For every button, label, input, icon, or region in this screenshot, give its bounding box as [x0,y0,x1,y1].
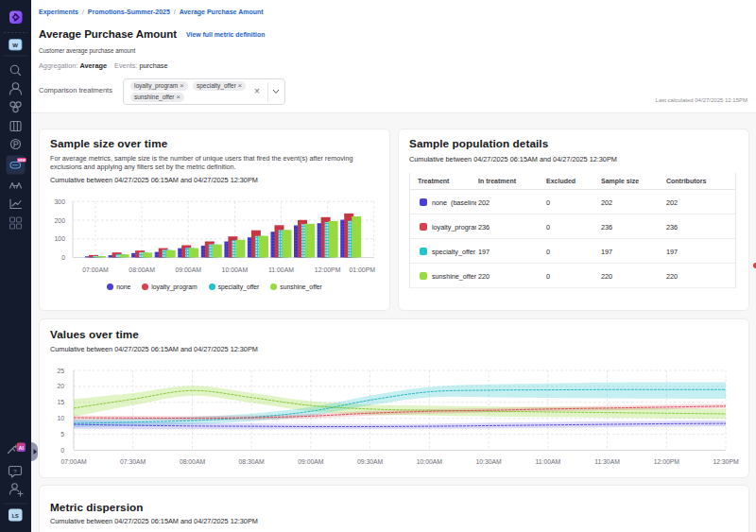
svg-text:15: 15 [57,399,64,405]
svg-text:10:30AM: 10:30AM [475,458,502,465]
svg-text:11:00AM: 11:00AM [535,458,560,465]
svg-text:11:00AM: 11:00AM [268,266,294,273]
svg-text:08:30AM: 08:30AM [239,458,266,465]
svg-text:09:00AM: 09:00AM [175,266,201,273]
svg-text:20: 20 [57,383,64,389]
svg-text:11:30AM: 11:30AM [594,458,620,465]
svg-text:07:00AM: 07:00AM [60,458,87,465]
svg-text:?: ? [13,469,17,474]
svg-text:NEW: NEW [18,159,26,163]
svg-text:0: 0 [61,254,65,261]
svg-text:07:30AM: 07:30AM [120,458,146,465]
svg-text:10: 10 [57,415,64,421]
svg-text:08:00AM: 08:00AM [129,266,155,273]
svg-text:0: 0 [60,447,64,454]
svg-text:300: 300 [55,198,66,205]
svg-text:100: 100 [55,235,66,242]
svg-text:W: W [12,43,18,48]
svg-text:25: 25 [57,368,64,374]
svg-text:AI: AI [19,445,25,451]
svg-text:08:00AM: 08:00AM [180,458,206,465]
svg-text:12:00PM: 12:00PM [315,266,341,273]
svg-text:09:30AM: 09:30AM [357,458,384,465]
svg-text:01:00PM: 01:00PM [349,266,375,273]
svg-text:10:00AM: 10:00AM [417,458,443,465]
svg-text:LS: LS [12,513,19,519]
svg-text:5: 5 [60,431,64,438]
svg-text:09:00AM: 09:00AM [298,458,324,465]
svg-text:07:00AM: 07:00AM [82,266,109,273]
svg-text:12:00PM: 12:00PM [654,458,680,465]
svg-text:12:30PM: 12:30PM [713,458,739,465]
svg-text:10:00AM: 10:00AM [222,266,249,273]
svg-text:200: 200 [55,217,66,224]
